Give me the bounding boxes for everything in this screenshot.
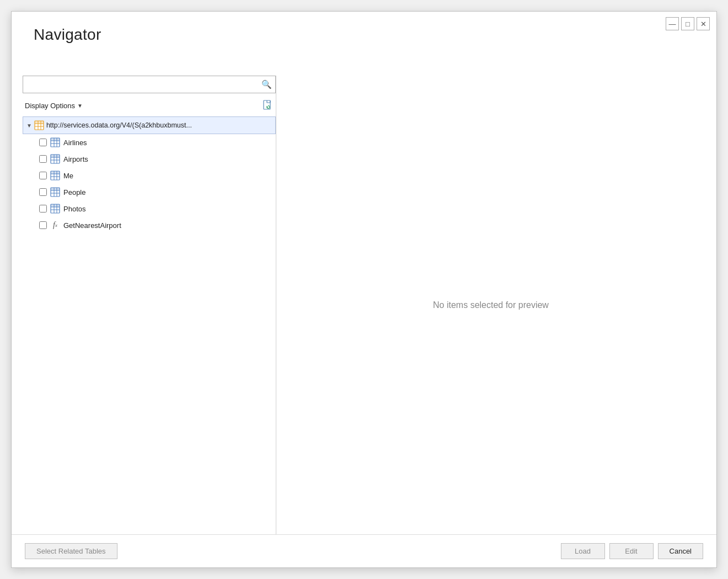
airlines-label: Airlines <box>63 139 87 147</box>
search-icon[interactable]: 🔍 <box>258 76 275 93</box>
right-panel: No items selected for preview <box>276 76 705 534</box>
content-area: 🔍 Display Options ▼ <box>12 31 716 534</box>
load-button: Load <box>561 543 605 559</box>
svg-rect-18 <box>51 155 60 157</box>
bottom-bar: Select Related Tables Load Edit Cancel <box>12 534 716 567</box>
navigator-window: — □ ✕ Navigator 🔍 Display Options ▼ <box>11 11 717 568</box>
chevron-down-icon: ▼ <box>77 103 83 109</box>
me-checkbox[interactable] <box>39 172 47 179</box>
photos-label: Photos <box>63 205 85 213</box>
table-icon <box>50 137 60 147</box>
toolbar-row: Display Options ▼ <box>23 98 276 113</box>
bottom-left: Select Related Tables <box>25 543 117 559</box>
list-item: Airports <box>23 151 276 167</box>
display-options-button[interactable]: Display Options ▼ <box>23 100 85 111</box>
airports-checkbox[interactable] <box>39 155 47 163</box>
display-options-label: Display Options <box>25 102 75 110</box>
list-item: People <box>23 184 276 200</box>
table-icon <box>50 154 60 164</box>
getnearestairport-label: GetNearestAirport <box>63 221 121 230</box>
table-icon <box>50 171 60 180</box>
list-item: Photos <box>23 200 276 217</box>
no-items-message: No items selected for preview <box>433 300 549 310</box>
root-table-icon <box>34 120 44 130</box>
svg-rect-6 <box>35 121 44 124</box>
fx-icon: fx <box>50 220 60 230</box>
window-title: Navigator <box>34 26 101 44</box>
refresh-icon[interactable] <box>260 98 276 113</box>
table-icon <box>50 204 60 214</box>
svg-rect-24 <box>51 171 60 174</box>
root-url: http://services.odata.org/V4/(S(a2khbuxb… <box>46 121 192 129</box>
svg-rect-36 <box>51 204 60 207</box>
list-item: Airlines <box>23 134 276 151</box>
cancel-button[interactable]: Cancel <box>658 543 703 559</box>
maximize-button[interactable]: □ <box>681 17 694 30</box>
photos-checkbox[interactable] <box>39 205 47 213</box>
bottom-right: Load Edit Cancel <box>561 543 703 559</box>
edit-button: Edit <box>609 543 654 559</box>
list-item: Me <box>23 167 276 184</box>
minimize-button[interactable]: — <box>666 17 679 30</box>
table-icon <box>50 187 60 197</box>
svg-rect-30 <box>51 188 60 190</box>
collapse-arrow-icon: ▼ <box>26 123 32 129</box>
list-item: fx GetNearestAirport <box>23 217 276 233</box>
airlines-checkbox[interactable] <box>39 139 47 146</box>
select-related-tables-button: Select Related Tables <box>25 543 117 559</box>
svg-rect-12 <box>51 138 60 141</box>
me-label: Me <box>63 172 73 180</box>
title-bar: — □ ✕ <box>12 12 716 31</box>
left-panel: 🔍 Display Options ▼ <box>23 76 276 534</box>
getnearestairport-checkbox[interactable] <box>39 221 47 229</box>
people-label: People <box>63 188 85 196</box>
search-input[interactable] <box>23 81 258 89</box>
search-bar: 🔍 <box>23 76 276 93</box>
airports-label: Airports <box>63 155 88 163</box>
tree-root[interactable]: ▼ http://services.odata.org/V4/(S(a2khbu… <box>23 116 276 134</box>
tree-area: ▼ http://services.odata.org/V4/(S(a2khbu… <box>23 116 276 534</box>
title-bar-controls: — □ ✕ <box>666 17 710 30</box>
close-button[interactable]: ✕ <box>697 17 710 30</box>
people-checkbox[interactable] <box>39 188 47 196</box>
